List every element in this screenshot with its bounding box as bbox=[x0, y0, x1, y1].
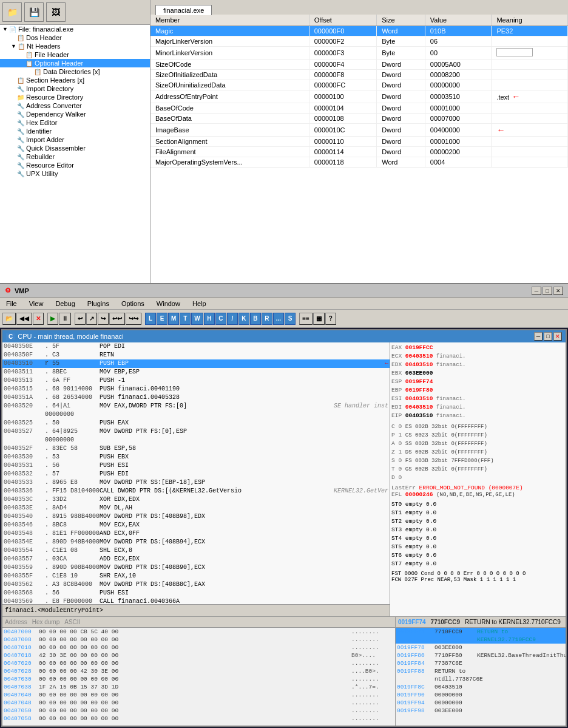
table-row[interactable]: Magic000000F0Word010BPE32 bbox=[150, 26, 568, 36]
mem-row[interactable]: 0040702800 00 00 00 42 30 3E 00....B0>. bbox=[2, 667, 395, 675]
tree-item-dependency-walker[interactable]: 🔧Dependency Walker bbox=[0, 110, 150, 118]
mem-row[interactable]: 0040700000 00 00 00 CB 5C 40 00........ bbox=[2, 628, 395, 636]
tree-item-file-finanacialexe[interactable]: ▼📄File: finanacial.exe bbox=[0, 25, 150, 33]
disasm-area[interactable]: 0040350E. 5FPOP EDI0040350F. C3RETN00403… bbox=[2, 342, 390, 604]
disasm-row[interactable]: 00403530. 53PUSH EBX bbox=[2, 453, 390, 461]
disasm-row[interactable]: 00403557. 03CAADD ECX,EDX bbox=[2, 555, 390, 563]
tree-item-hex-editor[interactable]: 🔧Hex Editor bbox=[0, 118, 150, 127]
disasm-row[interactable]: 00403562. A3 8C8B4000MOV DWORD PTR DS:[4… bbox=[2, 580, 390, 589]
vmp-menu-help[interactable]: Help bbox=[189, 299, 210, 308]
tree-item-rebuilder[interactable]: 🔧Rebuilder bbox=[0, 152, 150, 161]
vmp-step-over-btn[interactable]: ↗ bbox=[86, 313, 97, 325]
vmp-B-btn[interactable]: B bbox=[250, 313, 261, 325]
vmp-step-into-btn[interactable]: ↩ bbox=[75, 313, 86, 325]
disasm-row[interactable]: 00403536. FF15 D8104000CALL DWORD PTR DS… bbox=[2, 487, 390, 495]
mem-content[interactable]: 0040700000 00 00 00 CB 5C 40 00........0… bbox=[2, 628, 395, 726]
vmp-trace-btn[interactable]: ↩↩ bbox=[109, 313, 125, 325]
disasm-row[interactable]: 00403568. 56PUSH ESI bbox=[2, 589, 390, 597]
cpu-close[interactable]: ✕ bbox=[553, 332, 562, 341]
tree-item-section-headers-x[interactable]: 📋Section Headers [x] bbox=[0, 76, 150, 84]
vmp-menu-window[interactable]: Window bbox=[153, 299, 184, 308]
vmp-menu-view[interactable]: View bbox=[25, 299, 47, 308]
disasm-row[interactable]: 00403540. 8915 988B4000MOV DWORD PTR DS:… bbox=[2, 512, 390, 521]
stack-row[interactable]: 0019FF9000000000 bbox=[396, 691, 566, 699]
table-row[interactable]: MinorLinkerVersion000000F3Byte00 bbox=[150, 47, 568, 60]
vmp-R-btn[interactable]: R bbox=[262, 313, 272, 325]
table-row[interactable]: MajorOperatingSystemVers...00000118Word0… bbox=[150, 157, 568, 168]
tree-item-upx-utility[interactable]: 🔧UPX Utility bbox=[0, 169, 150, 178]
disasm-row[interactable]: 00403546. 8BC8MOV ECX,EAX bbox=[2, 521, 390, 529]
mem-row[interactable]: 0040703000 00 00 00 00 00 00 00........ bbox=[2, 675, 395, 683]
stack-row[interactable]: 0019FF747710FCC9RETURN to KERNEL32.7710F… bbox=[396, 628, 566, 644]
table-row[interactable]: ImageBase0000010CDword00400000← bbox=[150, 124, 568, 137]
vmp-menu-file[interactable]: File bbox=[2, 299, 21, 308]
vmp-pause-btn[interactable]: ⏸ bbox=[59, 313, 71, 325]
mem-row[interactable]: 0040705800 00 00 00 00 00 00 00........ bbox=[2, 715, 395, 723]
disasm-row[interactable]: 0040350F. C3RETN bbox=[2, 351, 390, 359]
stack-row[interactable]: 0019FF9400000000 bbox=[396, 699, 566, 707]
vmp-minimize[interactable]: ─ bbox=[532, 287, 541, 295]
table-row[interactable]: SizeOfInitializedData000000F8Dword000082… bbox=[150, 70, 568, 80]
open-button[interactable]: 📁 bbox=[2, 2, 22, 22]
disasm-row[interactable]: 00403554. C1E1 08SHL ECX,8 bbox=[2, 546, 390, 555]
disasm-row[interactable]: 00403569. E8 FB000000CALL finanaci.00403… bbox=[2, 597, 390, 604]
vmp-slash-btn[interactable]: / bbox=[227, 313, 238, 325]
disasm-row[interactable]: 0040353E. 8AD4MOV DL,AH bbox=[2, 504, 390, 512]
tree-item-address-converter[interactable]: 🔧Address Converter bbox=[0, 101, 150, 110]
tree-item-import-adder[interactable]: 🔧Import Adder bbox=[0, 135, 150, 144]
table-row[interactable]: MajorLinkerVersion000000F2Byte06 bbox=[150, 36, 568, 47]
disasm-row[interactable]: 0040352F. 83EC 58SUB ESP,58 bbox=[2, 444, 390, 453]
vmp-grid-btn[interactable]: ▦ bbox=[313, 313, 325, 325]
disasm-row[interactable]: 0040354E. 890D 948B4000MOV DWORD PTR DS:… bbox=[2, 538, 390, 546]
vmp-E-btn[interactable]: E bbox=[157, 313, 167, 325]
vmp-menu-options[interactable]: Options bbox=[118, 299, 148, 308]
table-row[interactable]: SectionAlignment00000110Dword00001000 bbox=[150, 137, 568, 147]
mem-row[interactable]: 0040704800 00 00 00 00 00 00 00........ bbox=[2, 699, 395, 707]
vmp-K-btn[interactable]: K bbox=[238, 313, 249, 325]
disasm-row[interactable]: 00403527. 64|8925 00000000MOV DWORD PTR … bbox=[2, 427, 390, 444]
view-button[interactable]: 🖼 bbox=[46, 2, 66, 22]
stack-row[interactable]: 0019FF807710FFB0KERNEL32.BaseThreadInitT… bbox=[396, 651, 566, 659]
tree-item-optional-header[interactable]: 📋Optional Header bbox=[0, 59, 150, 67]
vmp-L-btn[interactable]: L bbox=[145, 313, 156, 325]
save-button[interactable]: 💾 bbox=[24, 2, 44, 22]
vmp-C-btn[interactable]: C bbox=[215, 313, 226, 325]
tree-item-data-directories-x[interactable]: 📋Data Directories [x] bbox=[0, 67, 150, 76]
disasm-row[interactable]: 00403515. 68 90114000PUSH finanaci.00401… bbox=[2, 385, 390, 393]
mem-row[interactable]: 0040702000 00 00 00 00 00 00 00........ bbox=[2, 659, 395, 667]
vmp-run-btn[interactable]: ▶ bbox=[47, 313, 58, 325]
disasm-row[interactable]: 00403510r 55PUSH EBP ← bbox=[2, 359, 390, 368]
disasm-row[interactable]: 0040353C. 33D2XOR EDX,EDX bbox=[2, 495, 390, 504]
disasm-row[interactable]: 00403520. 64|A1 00000000MOV EAX,DWORD PT… bbox=[2, 402, 390, 419]
vmp-W-btn[interactable]: W bbox=[191, 313, 203, 325]
disasm-row[interactable]: 0040351A. 68 26534000PUSH finanaci.00405… bbox=[2, 393, 390, 402]
disasm-row[interactable]: 00403532. 57PUSH EDI bbox=[2, 470, 390, 478]
disasm-row[interactable]: 00403513. 6A FFPUSH -1 bbox=[2, 376, 390, 385]
disasm-row[interactable]: 00403548. 81E1 FF000000AND ECX,0FF bbox=[2, 529, 390, 538]
tree-item-nt-headers[interactable]: ▼📋Nt Headers bbox=[0, 42, 150, 50]
table-row[interactable]: SizeOfCode000000F4Dword00005A00 bbox=[150, 60, 568, 70]
vmp-maximize[interactable]: □ bbox=[543, 287, 552, 295]
tree-item-resource-editor[interactable]: 🔧Resource Editor bbox=[0, 161, 150, 169]
disasm-row[interactable]: 00403531. 56PUSH ESI bbox=[2, 461, 390, 470]
cpu-maximize[interactable]: □ bbox=[544, 332, 552, 341]
tab-finanacial[interactable]: finanacial.exe bbox=[155, 5, 212, 15]
vmp-stop-btn[interactable]: ✕ bbox=[33, 313, 44, 325]
stack-row[interactable]: 0019FF8477387C6E bbox=[396, 659, 566, 667]
disasm-row[interactable]: 00403559. 890D 908B4000MOV DWORD PTR DS:… bbox=[2, 563, 390, 572]
tree-item-import-directory[interactable]: 🔧Import Directory bbox=[0, 84, 150, 93]
vmp-dots-btn[interactable]: ... bbox=[273, 313, 284, 325]
mem-row[interactable]: 0040700800 00 00 00 00 00 00 00........ bbox=[2, 636, 395, 644]
disasm-row[interactable]: 0040350E. 5FPOP EDI bbox=[2, 342, 390, 351]
mem-row[interactable]: 0040705000 00 00 00 00 00 00 00........ bbox=[2, 707, 395, 715]
vmp-open-btn[interactable]: 📂 bbox=[2, 313, 16, 325]
table-row[interactable]: BaseOfData00000108Dword00007000 bbox=[150, 114, 568, 124]
stack-row[interactable]: 0019FF8C00403510 bbox=[396, 683, 566, 691]
mem-row[interactable]: 0040704000 00 00 00 00 00 00 00........ bbox=[2, 691, 395, 699]
mem-row[interactable]: 0040701000 00 00 00 00 00 00 00........ bbox=[2, 644, 395, 651]
vmp-close[interactable]: ✕ bbox=[553, 287, 563, 295]
tree-item-identifier[interactable]: 🔧Identifier bbox=[0, 127, 150, 135]
vmp-menu-debug[interactable]: Debug bbox=[52, 299, 78, 308]
table-row[interactable]: SizeOfUninitializedData000000FCDword0000… bbox=[150, 80, 568, 90]
disasm-row[interactable]: 0040355F. C1E8 10SHR EAX,10 bbox=[2, 572, 390, 580]
